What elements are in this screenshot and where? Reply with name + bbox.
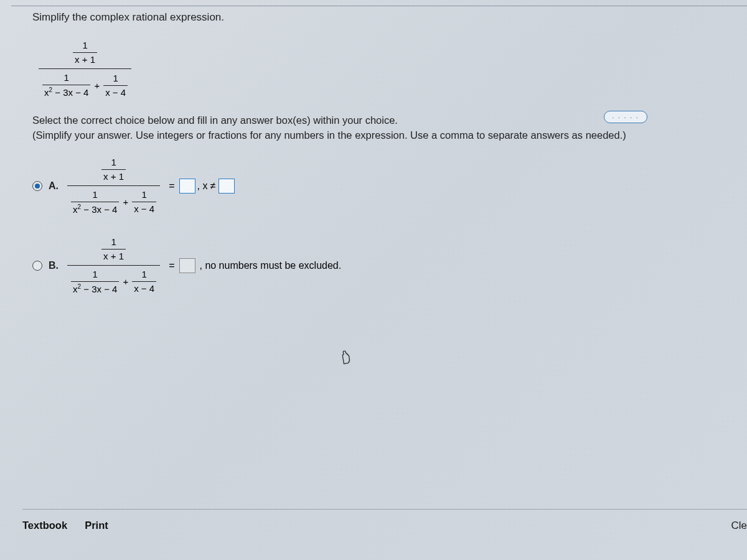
answer-input-b1[interactable] xyxy=(179,258,195,273)
choice-a[interactable]: A. 1 x + 1 1 x2 − 3x − 4 xyxy=(32,156,747,217)
hint-button[interactable]: . . . . . xyxy=(604,111,647,123)
choices-group: A. 1 x + 1 1 x2 − 3x − 4 xyxy=(11,156,747,296)
radio-b[interactable] xyxy=(32,261,42,271)
expr-den-right-top: 1 xyxy=(103,73,128,84)
radio-a[interactable] xyxy=(32,181,42,191)
question-prompt: Simplify the complex rational expression… xyxy=(11,11,747,24)
plus-sign: + xyxy=(94,80,100,91)
question-panel: Simplify the complex rational expression… xyxy=(11,11,747,296)
expr-den-left-top: 1 xyxy=(42,72,90,83)
equals-sign: = xyxy=(169,180,174,192)
no-exclude-text: , no numbers must be excluded. xyxy=(199,260,341,271)
choice-b[interactable]: B. 1 x + 1 1 x2 − 3x − 4 xyxy=(32,235,747,296)
print-button[interactable]: Print xyxy=(85,520,108,531)
top-divider xyxy=(11,0,747,6)
equals-sign-b: = xyxy=(169,260,174,271)
textbook-button[interactable]: Textbook xyxy=(22,520,67,531)
footer-toolbar: Textbook Print Cle xyxy=(22,509,747,531)
xneq-text: , x ≠ xyxy=(197,180,215,192)
main-expression: 1 x + 1 1 x2 − 3x − 4 + 1 xyxy=(39,39,131,100)
expr-num-top: 1 xyxy=(73,40,97,51)
pointer-cursor-icon xyxy=(337,347,354,368)
clear-button[interactable]: Cle xyxy=(731,520,747,532)
choice-a-expression: 1 x + 1 1 x2 − 3x − 4 + xyxy=(67,156,160,217)
expr-den-right-bottom: x − 4 xyxy=(103,87,128,98)
instruction-line-2: (Simplify your answer. Use integers or f… xyxy=(32,128,747,143)
choice-b-label: B. xyxy=(49,260,59,271)
answer-input-a1[interactable] xyxy=(179,179,195,194)
choice-a-label: A. xyxy=(49,180,59,192)
choice-b-expression: 1 x + 1 1 x2 − 3x − 4 + xyxy=(67,235,160,296)
expr-den-left-bottom: x2 − 3x − 4 xyxy=(42,86,90,98)
expr-num-bottom: x + 1 xyxy=(73,54,97,65)
answer-input-a2[interactable] xyxy=(218,179,235,194)
